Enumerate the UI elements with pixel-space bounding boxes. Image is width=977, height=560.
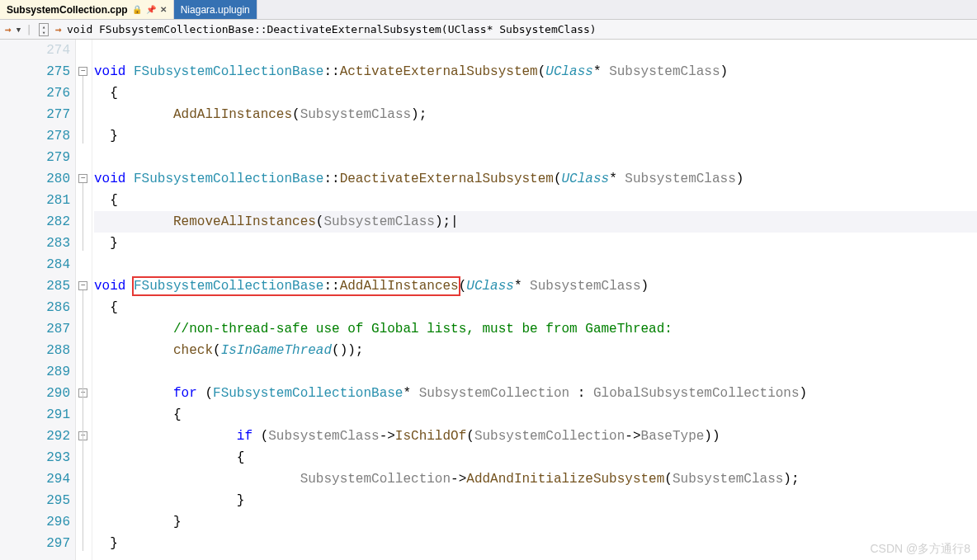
code-line[interactable]: void FSubsystemCollectionBase::Deactivat… — [94, 168, 977, 190]
code-line[interactable]: AddAllInstances(SubsystemClass); — [94, 104, 977, 125]
highlight-box — [132, 276, 460, 296]
nav-back-icon[interactable]: → — [3, 23, 13, 35]
code-line[interactable]: for (FSubsystemCollectionBase* Subsystem… — [94, 383, 977, 404]
line-number: 296 — [0, 511, 70, 533]
code-editor[interactable]: 2742752762772782792802812822832842852862… — [0, 40, 977, 560]
tab-label: SubsystemCollection.cpp — [7, 4, 128, 16]
code-line[interactable]: RemoveAllInstances(SubsystemClass);| — [94, 211, 977, 233]
tab-label: Niagara.uplugin — [181, 4, 250, 16]
code-line[interactable]: } — [94, 533, 977, 554]
fold-column: −−−−− — [76, 40, 92, 560]
watermark: CSDN @多方通行8 — [870, 542, 970, 557]
code-line[interactable]: void FSubsystemCollectionBase::ActivateE… — [94, 61, 977, 82]
code-line[interactable] — [94, 361, 977, 383]
code-line[interactable]: { — [94, 297, 977, 318]
code-line[interactable]: check(IsInGameThread()); — [94, 340, 977, 361]
code-content[interactable]: void FSubsystemCollectionBase::ActivateE… — [92, 40, 977, 560]
lock-icon: 🔒 — [132, 5, 142, 14]
breadcrumb[interactable]: void FSubsystemCollectionBase::Deactivat… — [67, 23, 597, 35]
code-line[interactable]: } — [94, 233, 977, 254]
line-number: 294 — [0, 468, 70, 490]
line-number: 293 — [0, 447, 70, 468]
code-line[interactable]: if (SubsystemClass->IsChildOf(SubsystemC… — [94, 426, 977, 447]
line-number: 280 — [0, 168, 70, 190]
line-number: 291 — [0, 404, 70, 426]
line-number: 285 — [0, 275, 70, 297]
line-number: 288 — [0, 340, 70, 361]
fold-toggle-icon[interactable]: − — [78, 281, 87, 290]
line-number: 297 — [0, 533, 70, 554]
line-number: 279 — [0, 147, 70, 168]
tab-active[interactable]: SubsystemCollection.cpp 🔒 📌 ✕ — [0, 0, 174, 19]
tab-bar: SubsystemCollection.cpp 🔒 📌 ✕ Niagara.up… — [0, 0, 977, 20]
line-number: 290 — [0, 383, 70, 404]
code-line[interactable]: { — [94, 190, 977, 211]
nav-dropdown-icon[interactable]: ▼ — [17, 26, 21, 34]
line-number: 275 — [0, 61, 70, 82]
code-line[interactable]: { — [94, 404, 977, 426]
line-number: 282 — [0, 211, 70, 233]
code-line[interactable]: SubsystemCollection->AddAndInitializeSub… — [94, 468, 977, 490]
divider: | — [24, 23, 34, 35]
code-line[interactable] — [94, 147, 977, 168]
breadcrumb-bar: → ▼ | ▴▾ → void FSubsystemCollectionBase… — [0, 20, 977, 40]
code-line[interactable] — [94, 254, 977, 275]
fold-toggle-icon[interactable]: − — [78, 174, 87, 183]
code-line[interactable]: { — [94, 82, 977, 104]
fold-toggle-icon[interactable]: − — [78, 67, 87, 76]
code-line[interactable]: } — [94, 490, 977, 511]
code-line[interactable]: { — [94, 447, 977, 468]
line-number: 277 — [0, 104, 70, 125]
nav-stepper[interactable]: ▴▾ — [39, 23, 49, 36]
line-number: 278 — [0, 125, 70, 147]
line-number: 276 — [0, 82, 70, 104]
line-number: 287 — [0, 318, 70, 340]
line-number: 295 — [0, 490, 70, 511]
tab-inactive[interactable]: Niagara.uplugin — [174, 0, 257, 19]
nav-forward-icon[interactable]: → — [54, 23, 64, 35]
line-number: 286 — [0, 297, 70, 318]
code-line[interactable]: //non-thread-safe use of Global lists, m… — [94, 318, 977, 340]
line-number: 284 — [0, 254, 70, 275]
pin-icon[interactable]: 📌 — [146, 5, 156, 14]
line-number: 283 — [0, 233, 70, 254]
line-number-gutter: 2742752762772782792802812822832842852862… — [0, 40, 76, 560]
code-line[interactable]: } — [94, 511, 977, 533]
code-line[interactable] — [94, 40, 977, 61]
close-icon[interactable]: ✕ — [160, 5, 167, 14]
line-number: 281 — [0, 190, 70, 211]
line-number: 274 — [0, 40, 70, 61]
line-number: 292 — [0, 426, 70, 447]
code-line[interactable]: } — [94, 125, 977, 147]
line-number: 289 — [0, 361, 70, 383]
